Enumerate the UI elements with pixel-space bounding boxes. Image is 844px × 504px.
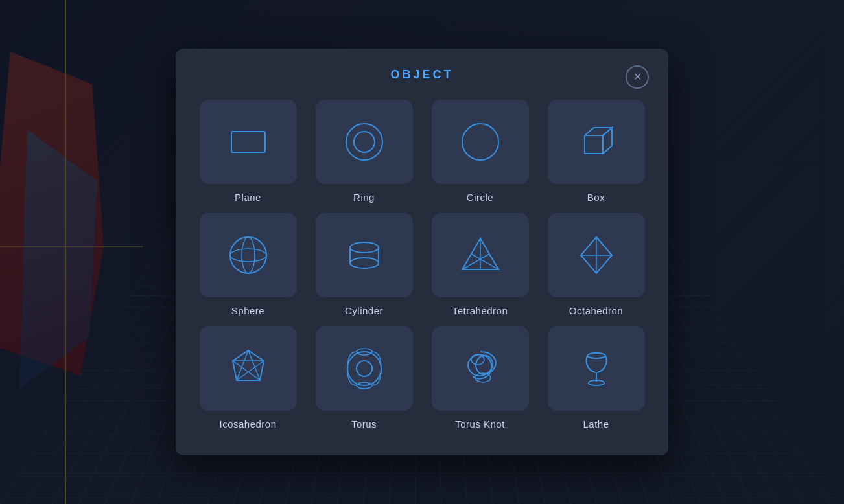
svg-point-11 — [350, 258, 379, 268]
svg-point-32 — [587, 353, 605, 358]
svg-point-6 — [230, 249, 266, 262]
box-icon — [548, 100, 645, 184]
torus-icon — [316, 326, 413, 411]
object-item-octahedron[interactable]: Octahedron — [543, 213, 649, 316]
torus-knot-icon — [432, 326, 529, 411]
object-item-torus[interactable]: Torus — [311, 326, 417, 430]
sphere-label: Sphere — [231, 305, 264, 316]
icosahedron-label: Icosahedron — [219, 418, 276, 430]
svg-point-26 — [357, 361, 372, 376]
tetrahedron-label: Tetrahedron — [452, 305, 508, 316]
tetrahedron-icon — [432, 213, 529, 297]
object-item-tetrahedron[interactable]: Tetrahedron — [427, 213, 533, 316]
cylinder-icon — [316, 213, 413, 297]
modal-header: OBJECT ✕ — [195, 68, 649, 82]
box-label: Box — [587, 192, 605, 203]
object-item-lathe[interactable]: Lathe — [543, 326, 649, 430]
octahedron-label: Octahedron — [569, 305, 623, 316]
svg-point-1 — [346, 124, 382, 160]
ring-icon — [316, 100, 413, 184]
cylinder-label: Cylinder — [345, 305, 383, 316]
plane-label: Plane — [235, 192, 261, 203]
object-item-circle[interactable]: Circle — [427, 100, 533, 203]
lathe-label: Lathe — [583, 418, 609, 430]
modal-title: OBJECT — [390, 68, 453, 82]
plane-icon — [200, 100, 297, 184]
icosahedron-icon — [200, 326, 297, 411]
modal-overlay: OBJECT ✕ Plane — [0, 0, 844, 504]
svg-point-3 — [462, 124, 498, 160]
circle-label: Circle — [467, 192, 493, 203]
ring-label: Ring — [353, 192, 375, 203]
torus-label: Torus — [351, 418, 377, 430]
torus-knot-label: Torus Knot — [455, 418, 505, 430]
svg-rect-0 — [231, 132, 265, 152]
lathe-icon — [548, 326, 645, 411]
object-modal: OBJECT ✕ Plane — [176, 49, 668, 455]
svg-point-2 — [354, 132, 375, 152]
object-item-torus-knot[interactable]: Torus Knot — [427, 326, 533, 430]
svg-point-5 — [230, 237, 266, 273]
octahedron-icon — [548, 213, 645, 297]
object-item-icosahedron[interactable]: Icosahedron — [195, 326, 301, 430]
object-item-cylinder[interactable]: Cylinder — [311, 213, 417, 316]
object-item-box[interactable]: Box — [543, 100, 649, 203]
objects-grid: Plane Ring Circle — [195, 100, 649, 430]
svg-point-8 — [350, 242, 379, 253]
svg-rect-4 — [585, 135, 603, 154]
sphere-icon — [200, 213, 297, 297]
object-item-plane[interactable]: Plane — [195, 100, 301, 203]
circle-icon — [432, 100, 529, 184]
svg-point-7 — [242, 237, 255, 273]
object-item-sphere[interactable]: Sphere — [195, 213, 301, 316]
svg-point-25 — [347, 352, 381, 385]
object-item-ring[interactable]: Ring — [311, 100, 417, 203]
svg-marker-19 — [233, 350, 264, 380]
close-button[interactable]: ✕ — [626, 65, 649, 89]
